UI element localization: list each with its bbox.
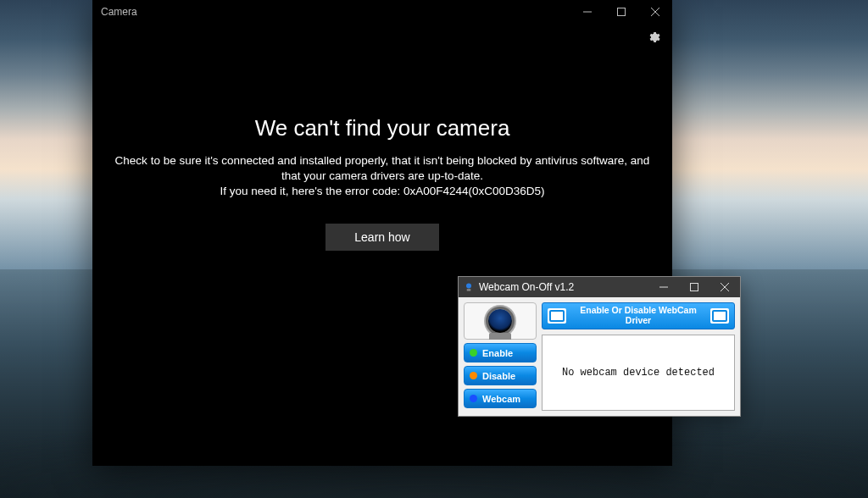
status-dot-blue bbox=[470, 395, 477, 402]
svg-rect-2 bbox=[467, 289, 471, 290]
webcam-left-panel: Enable Disable Webcam bbox=[464, 302, 537, 411]
close-button[interactable] bbox=[638, 0, 672, 24]
webcam-label: Webcam bbox=[482, 394, 520, 404]
camera-error-line2: If you need it, here's the error code: 0… bbox=[220, 185, 544, 197]
id-card-icon bbox=[710, 308, 729, 324]
webcam-body: Enable Disable Webcam Enable Or Disable … bbox=[459, 297, 740, 416]
status-dot-green bbox=[470, 349, 477, 357]
camera-app-title: Camera bbox=[101, 6, 570, 18]
driver-header-text: Enable Or Disable WebCam Driver bbox=[571, 306, 705, 325]
close-button[interactable] bbox=[709, 277, 740, 297]
webcam-app-title: Webcam On-Off v1.2 bbox=[479, 281, 648, 293]
minimize-button[interactable] bbox=[570, 0, 604, 24]
status-message: No webcam device detected bbox=[562, 367, 715, 379]
camera-error-heading: We can't find your camera bbox=[255, 115, 510, 141]
camera-titlebar[interactable]: Camera bbox=[92, 0, 672, 24]
status-panel: No webcam device detected bbox=[542, 335, 735, 411]
webcam-right-panel: Enable Or Disable WebCam Driver No webca… bbox=[542, 302, 735, 411]
enable-label: Enable bbox=[482, 348, 513, 358]
maximize-button[interactable] bbox=[679, 277, 709, 297]
disable-button[interactable]: Disable bbox=[464, 366, 537, 385]
toolbox-icon bbox=[548, 308, 566, 324]
webcam-onoff-titlebar[interactable]: Webcam On-Off v1.2 bbox=[459, 277, 740, 297]
webcam-app-icon bbox=[464, 282, 474, 292]
webcam-icon bbox=[488, 309, 512, 333]
settings-button[interactable] bbox=[647, 30, 660, 47]
webcam-device-button[interactable] bbox=[464, 302, 537, 340]
webcam-onoff-window: Webcam On-Off v1.2 Enable Disab bbox=[458, 276, 741, 417]
enable-button[interactable]: Enable bbox=[464, 343, 537, 362]
status-dot-orange bbox=[470, 372, 477, 379]
webcam-window-controls bbox=[648, 277, 740, 297]
camera-error-message: Check to be sure it's connected and inst… bbox=[111, 153, 654, 200]
learn-how-button[interactable]: Learn how bbox=[326, 224, 438, 251]
driver-header: Enable Or Disable WebCam Driver bbox=[542, 302, 735, 329]
svg-rect-3 bbox=[691, 284, 698, 291]
svg-rect-0 bbox=[618, 8, 626, 16]
maximize-button[interactable] bbox=[604, 0, 638, 24]
disable-label: Disable bbox=[482, 371, 515, 381]
webcam-button[interactable]: Webcam bbox=[464, 389, 537, 408]
camera-window-controls bbox=[570, 0, 672, 24]
minimize-button[interactable] bbox=[648, 277, 679, 297]
svg-point-1 bbox=[466, 284, 471, 289]
camera-error-line1: Check to be sure it's connected and inst… bbox=[115, 154, 650, 182]
